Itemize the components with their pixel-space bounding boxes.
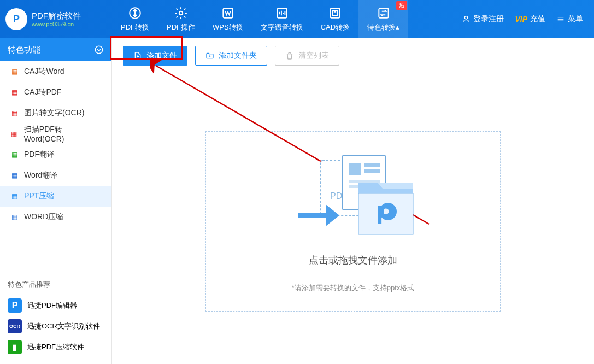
svg-point-6 xyxy=(465,16,468,19)
svg-point-7 xyxy=(95,46,103,54)
vip-text: VIP xyxy=(515,15,527,24)
swap-icon xyxy=(377,6,391,20)
svg-rect-13 xyxy=(364,163,380,167)
sidebar-item-caj-word[interactable]: ▦CAJ转Word xyxy=(0,61,111,82)
sidebar-item-scan-ocr[interactable]: ▦扫描PDF转Word(OCR) xyxy=(0,124,111,144)
main-area: 特色功能 ▦CAJ转Word ▦CAJ转PDF ▦图片转文字(OCR) ▦扫描P… xyxy=(0,38,594,364)
recommend-section: 特色产品推荐 P迅捷PDF编辑器 OCR迅捷OCR文字识别软件 ▮迅捷PDF压缩… xyxy=(0,273,111,364)
tab-pdf-operate[interactable]: PDF操作 xyxy=(158,0,204,38)
tab-text-speech[interactable]: 文字语音转换 xyxy=(252,0,312,38)
translate-icon: ▦ xyxy=(10,171,19,180)
app-header: P PDF解密软件 www.pc0359.cn PDF转换 PDF操作 WPS转… xyxy=(0,0,594,38)
app-logo-icon: P xyxy=(5,8,27,30)
sidebar-list: ▦CAJ转Word ▦CAJ转PDF ▦图片转文字(OCR) ▦扫描PDF转Wo… xyxy=(0,61,111,227)
compress-icon: ▦ xyxy=(10,192,19,201)
pdf-icon: ▦ xyxy=(10,88,19,97)
dropzone-title: 点击或拖拽文件添加 xyxy=(309,254,397,267)
recommend-pdf-editor[interactable]: P迅捷PDF编辑器 xyxy=(8,295,104,316)
cad-icon xyxy=(328,6,342,20)
recommend-ocr[interactable]: OCR迅捷OCR文字识别软件 xyxy=(8,316,104,337)
hamburger-icon xyxy=(556,15,565,24)
file-dropzone[interactable]: PDF P 点击或拖拽文件添加 *请添加需要转换的文件，支持pptx格式 xyxy=(205,131,501,312)
add-folder-button[interactable]: 添加文件夹 xyxy=(195,46,267,66)
ocr-icon: OCR xyxy=(8,319,22,333)
compress-icon: ▦ xyxy=(10,213,19,221)
translate-icon: ▦ xyxy=(10,150,19,159)
svg-rect-4 xyxy=(331,8,340,17)
svg-rect-5 xyxy=(379,8,388,17)
sidebar: 特色功能 ▦CAJ转Word ▦CAJ转PDF ▦图片转文字(OCR) ▦扫描P… xyxy=(0,38,112,364)
svg-rect-12 xyxy=(349,163,361,175)
trash-icon xyxy=(285,51,294,60)
header-tabs: PDF转换 PDF操作 WPS转换 文字语音转换 CAD转换 热 特色转换▴ xyxy=(112,0,462,38)
app-version: www.pc0359.cn xyxy=(32,21,81,27)
image-icon: ▦ xyxy=(10,109,19,118)
dropzone-hint: *请添加需要转换的文件，支持pptx格式 xyxy=(292,283,415,293)
svg-rect-14 xyxy=(364,169,380,173)
clear-list-button[interactable]: 清空列表 xyxy=(275,46,339,66)
recommend-title: 特色产品推荐 xyxy=(8,280,104,290)
tab-cad-convert[interactable]: CAD转换 xyxy=(312,0,358,38)
header-right: 登录注册 VIP 充值 菜单 xyxy=(462,14,589,24)
action-bar: 添加文件 添加文件夹 清空列表 xyxy=(123,46,583,66)
svg-rect-15 xyxy=(349,180,380,183)
sidebar-item-caj-pdf[interactable]: ▦CAJ转PDF xyxy=(0,82,111,103)
doc-icon: ▦ xyxy=(10,67,19,76)
scan-icon: ▦ xyxy=(10,130,19,138)
hot-badge: 热 xyxy=(396,1,407,10)
gear-icon xyxy=(174,6,188,20)
svg-point-1 xyxy=(179,11,183,15)
vip-button[interactable]: VIP 充值 xyxy=(515,14,545,24)
sidebar-item-word-compress[interactable]: ▦WORD压缩 xyxy=(0,207,111,227)
content-area: 添加文件 添加文件夹 清空列表 PDF xyxy=(112,38,594,364)
user-icon xyxy=(462,15,471,24)
audio-bars-icon xyxy=(275,6,289,20)
dropzone-illustration: PDF P xyxy=(287,150,419,243)
sidebar-section-header[interactable]: 特色功能 xyxy=(0,38,111,61)
logo-area: P PDF解密软件 www.pc0359.cn xyxy=(5,8,112,30)
sidebar-item-image-ocr[interactable]: ▦图片转文字(OCR) xyxy=(0,103,111,124)
convert-icon xyxy=(128,6,142,20)
app-name: PDF解密软件 xyxy=(32,11,81,21)
folder-plus-icon xyxy=(205,51,214,60)
wps-icon xyxy=(221,6,235,20)
pdf-editor-icon: P xyxy=(8,298,22,313)
add-file-button[interactable]: 添加文件 xyxy=(123,46,187,66)
file-plus-icon xyxy=(133,51,142,60)
menu-button[interactable]: 菜单 xyxy=(556,14,583,24)
tab-special-convert[interactable]: 热 特色转换▴ xyxy=(358,0,408,38)
tab-pdf-convert[interactable]: PDF转换 xyxy=(112,0,158,38)
tab-wps-convert[interactable]: WPS转换 xyxy=(204,0,252,38)
login-button[interactable]: 登录注册 xyxy=(462,14,504,24)
zip-icon: ▮ xyxy=(8,340,22,354)
recommend-pdf-compress[interactable]: ▮迅捷PDF压缩软件 xyxy=(8,337,104,357)
sidebar-item-ppt-compress[interactable]: ▦PPT压缩 xyxy=(0,186,111,207)
sidebar-item-word-translate[interactable]: ▦Word翻译 xyxy=(0,165,111,186)
sidebar-item-pdf-translate[interactable]: ▦PDF翻译 xyxy=(0,144,111,165)
chevron-down-circle-icon xyxy=(94,45,104,55)
